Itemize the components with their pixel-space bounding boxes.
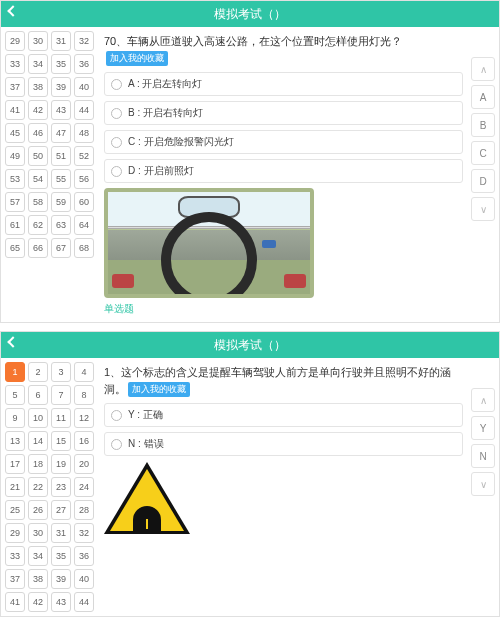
grid-cell[interactable]: 43 (51, 100, 71, 120)
grid-cell[interactable]: 38 (28, 77, 48, 97)
grid-cell[interactable]: 55 (51, 169, 71, 189)
back-icon[interactable] (7, 5, 18, 16)
grid-cell[interactable]: 31 (51, 31, 71, 51)
grid-cell[interactable]: 30 (28, 523, 48, 543)
prev-button[interactable]: ∧ (471, 57, 495, 81)
grid-cell[interactable]: 46 (28, 123, 48, 143)
grid-cell[interactable]: 16 (74, 431, 94, 451)
grid-cell[interactable]: 50 (28, 146, 48, 166)
grid-cell[interactable]: 20 (74, 454, 94, 474)
next-button[interactable]: ∨ (471, 472, 495, 496)
answer-button[interactable]: N (471, 444, 495, 468)
back-icon[interactable] (7, 336, 18, 347)
grid-cell[interactable]: 40 (74, 77, 94, 97)
grid-cell[interactable]: 41 (5, 592, 25, 612)
grid-cell[interactable]: 38 (28, 569, 48, 589)
grid-cell[interactable]: 6 (28, 385, 48, 405)
answer-button[interactable]: A (471, 85, 495, 109)
grid-cell[interactable]: 43 (51, 592, 71, 612)
grid-cell[interactable]: 37 (5, 569, 25, 589)
grid-cell[interactable]: 21 (5, 477, 25, 497)
grid-cell[interactable]: 39 (51, 569, 71, 589)
grid-cell[interactable]: 57 (5, 192, 25, 212)
grid-cell[interactable]: 44 (74, 592, 94, 612)
grid-cell[interactable]: 26 (28, 500, 48, 520)
favorite-tag[interactable]: 加入我的收藏 (106, 51, 168, 67)
grid-cell[interactable]: 17 (5, 454, 25, 474)
grid-cell[interactable]: 24 (74, 477, 94, 497)
grid-cell[interactable]: 12 (74, 408, 94, 428)
grid-cell[interactable]: 41 (5, 100, 25, 120)
option[interactable]: A : 开启左转向灯 (104, 72, 463, 96)
grid-cell[interactable]: 27 (51, 500, 71, 520)
grid-cell[interactable]: 22 (28, 477, 48, 497)
grid-cell[interactable]: 68 (74, 238, 94, 258)
option[interactable]: N : 错误 (104, 432, 463, 456)
grid-cell[interactable]: 51 (51, 146, 71, 166)
grid-cell[interactable]: 18 (28, 454, 48, 474)
grid-cell[interactable]: 63 (51, 215, 71, 235)
grid-cell[interactable]: 35 (51, 54, 71, 74)
grid-cell[interactable]: 66 (28, 238, 48, 258)
grid-cell[interactable]: 2 (28, 362, 48, 382)
prev-button[interactable]: ∧ (471, 388, 495, 412)
grid-cell[interactable]: 39 (51, 77, 71, 97)
grid-cell[interactable]: 65 (5, 238, 25, 258)
grid-cell[interactable]: 67 (51, 238, 71, 258)
grid-cell[interactable]: 7 (51, 385, 71, 405)
grid-cell[interactable]: 61 (5, 215, 25, 235)
grid-cell[interactable]: 31 (51, 523, 71, 543)
grid-cell[interactable]: 48 (74, 123, 94, 143)
grid-cell[interactable]: 40 (74, 569, 94, 589)
grid-cell[interactable]: 11 (51, 408, 71, 428)
grid-cell[interactable]: 8 (74, 385, 94, 405)
grid-cell[interactable]: 47 (51, 123, 71, 143)
grid-cell[interactable]: 44 (74, 100, 94, 120)
grid-cell[interactable]: 32 (74, 523, 94, 543)
grid-cell[interactable]: 15 (51, 431, 71, 451)
next-button[interactable]: ∨ (471, 197, 495, 221)
grid-cell[interactable]: 4 (74, 362, 94, 382)
grid-cell[interactable]: 34 (28, 54, 48, 74)
grid-cell[interactable]: 33 (5, 546, 25, 566)
grid-cell[interactable]: 34 (28, 546, 48, 566)
grid-cell[interactable]: 58 (28, 192, 48, 212)
grid-cell[interactable]: 1 (5, 362, 25, 382)
grid-cell[interactable]: 49 (5, 146, 25, 166)
option[interactable]: C : 开启危险报警闪光灯 (104, 130, 463, 154)
grid-cell[interactable]: 42 (28, 100, 48, 120)
grid-cell[interactable]: 52 (74, 146, 94, 166)
grid-cell[interactable]: 3 (51, 362, 71, 382)
grid-cell[interactable]: 59 (51, 192, 71, 212)
grid-cell[interactable]: 5 (5, 385, 25, 405)
option[interactable]: B : 开启右转向灯 (104, 101, 463, 125)
grid-cell[interactable]: 36 (74, 54, 94, 74)
grid-cell[interactable]: 25 (5, 500, 25, 520)
grid-cell[interactable]: 10 (28, 408, 48, 428)
grid-cell[interactable]: 29 (5, 523, 25, 543)
grid-cell[interactable]: 37 (5, 77, 25, 97)
grid-cell[interactable]: 62 (28, 215, 48, 235)
grid-cell[interactable]: 13 (5, 431, 25, 451)
grid-cell[interactable]: 53 (5, 169, 25, 189)
grid-cell[interactable]: 32 (74, 31, 94, 51)
grid-cell[interactable]: 36 (74, 546, 94, 566)
grid-cell[interactable]: 23 (51, 477, 71, 497)
grid-cell[interactable]: 30 (28, 31, 48, 51)
grid-cell[interactable]: 35 (51, 546, 71, 566)
grid-cell[interactable]: 45 (5, 123, 25, 143)
answer-button[interactable]: D (471, 169, 495, 193)
grid-cell[interactable]: 33 (5, 54, 25, 74)
grid-cell[interactable]: 9 (5, 408, 25, 428)
answer-button[interactable]: Y (471, 416, 495, 440)
grid-cell[interactable]: 29 (5, 31, 25, 51)
grid-cell[interactable]: 60 (74, 192, 94, 212)
grid-cell[interactable]: 54 (28, 169, 48, 189)
answer-button[interactable]: C (471, 141, 495, 165)
grid-cell[interactable]: 19 (51, 454, 71, 474)
grid-cell[interactable]: 42 (28, 592, 48, 612)
favorite-tag[interactable]: 加入我的收藏 (128, 382, 190, 398)
grid-cell[interactable]: 14 (28, 431, 48, 451)
option[interactable]: D : 开启前照灯 (104, 159, 463, 183)
option[interactable]: Y : 正确 (104, 403, 463, 427)
